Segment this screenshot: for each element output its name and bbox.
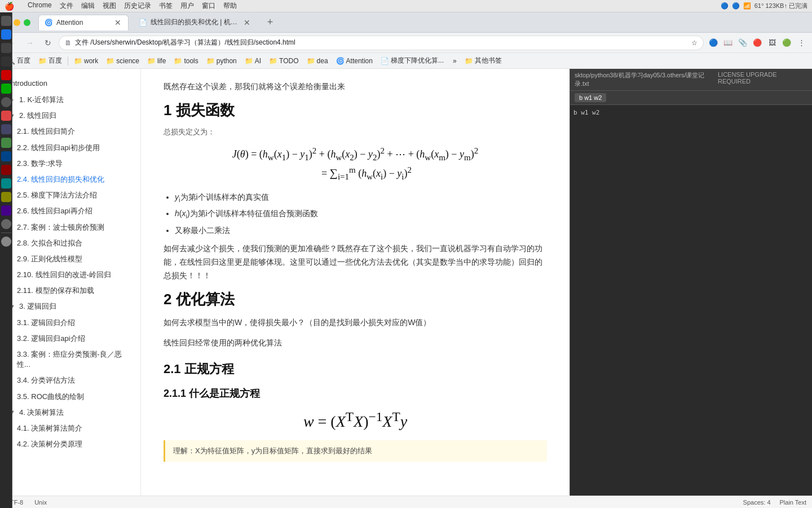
sidebar-item-decision-class[interactable]: 4.2. 决策树分类原理 [0, 436, 140, 452]
extension-icon-2[interactable]: 📖 [722, 37, 734, 49]
info-box-normal-eq: 理解：X为特征值矩阵，y为目标值矩阵，直接求到最好的结果 [164, 440, 547, 462]
bm-dea[interactable]: 📁dea [303, 56, 332, 66]
dock-icon-app14[interactable] [1, 219, 11, 229]
sidebar-item-linear[interactable]: ▼ 2. 线性回归 [0, 108, 140, 124]
extension-icon-5[interactable]: 🖼 [766, 37, 778, 49]
pre-text: 既然存在这个误差，那我们就将这个误差给衡量出来 [164, 80, 547, 94]
dock-icon-finder[interactable] [1, 16, 11, 26]
dock-icon-app13[interactable] [1, 205, 11, 216]
bm-work[interactable]: 📁work [70, 56, 102, 66]
tab-close-attention[interactable]: ✕ [113, 18, 122, 27]
menu-edit[interactable]: 编辑 [81, 1, 95, 11]
menu-view[interactable]: 视图 [103, 1, 116, 11]
sidebar-item-decision[interactable]: ▼ 4. 决策树算法 [0, 405, 140, 421]
reload-button[interactable]: ↻ [41, 36, 55, 50]
sidebar-label-linear-save: 2.11. 模型的保存和加载 [17, 286, 94, 296]
bm-python[interactable]: 📁python [203, 56, 240, 66]
bm-attention[interactable]: 🌀Attention [333, 56, 376, 66]
sidebar-item-linear-api2[interactable]: 2.6. 线性回归api再介绍 [0, 203, 140, 219]
dock-icon-chrome[interactable] [1, 29, 11, 40]
sidebar-item-knn[interactable]: ▶ 1. K-近邻算法 [0, 92, 140, 108]
sidebar-item-linear-intro[interactable]: 2.1. 线性回归简介 [0, 124, 140, 139]
minimize-button[interactable] [14, 19, 20, 26]
url-input[interactable]: 🗎 文件 /Users/sherwin/Desktop/机器学习（算法篇）/线性… [59, 36, 704, 50]
bm-100du[interactable]: 📁百度 [35, 55, 65, 67]
sidebar-item-linear-overfit[interactable]: 2.8. 欠拟合和过拟合 [0, 235, 140, 251]
bm-ai[interactable]: 📁AI [241, 56, 264, 66]
sidebar-item-linear-loss[interactable]: 2.4. 线性回归的损失和优化 [0, 172, 140, 187]
bm-science[interactable]: 📁science [103, 56, 143, 66]
url-text: 文件 /Users/sherwin/Desktop/机器学习（算法篇）/线性回归… [75, 38, 688, 47]
tab-linear-regression[interactable]: 📄 线性回归的损失和优化 | 机器学 ✕ [133, 15, 257, 30]
status-bar: UTF-8 Unix Spaces: 4 Plain Text [0, 496, 812, 508]
sidebar-item-logistic-roc[interactable]: 3.5. ROC曲线的绘制 [0, 389, 140, 405]
tab-attention[interactable]: 🌀 Attention ✕ [38, 15, 129, 30]
menu-chrome[interactable]: Chrome [28, 1, 52, 11]
bm-other-bookmarks[interactable]: 📁其他书签 [461, 55, 505, 67]
sidebar-label-logistic: 3. 逻辑回归 [19, 301, 56, 312]
menu-history[interactable]: 历史记录 [124, 1, 151, 11]
sidebar-item-linear-reg[interactable]: 2.9. 正则化线性模型 [0, 251, 140, 267]
status-spaces: Spaces: 4 [743, 499, 771, 506]
dock-icon-app10[interactable] [1, 165, 11, 175]
sidebar-item-logistic-api[interactable]: 3.2. 逻辑回归api介绍 [0, 331, 140, 347]
code-line-3 [573, 127, 809, 137]
dock-icon-app12[interactable] [1, 192, 11, 202]
extension-icon-4[interactable]: 🔴 [751, 37, 764, 49]
menu-file[interactable]: 文件 [60, 1, 73, 11]
dock-icon-app6[interactable] [1, 111, 11, 121]
sidebar-item-linear-improve[interactable]: 2.10. 线性回归的改进-岭回归 [0, 267, 140, 283]
dock-icon-app1[interactable] [1, 43, 11, 53]
sidebar-introduction[interactable]: Introduction [0, 75, 140, 92]
sidebar-item-linear-save[interactable]: 2.11. 模型的保存和加载 [0, 283, 140, 299]
menu-bookmarks[interactable]: 书签 [159, 1, 173, 11]
dock-icon-app8[interactable] [1, 138, 11, 148]
dock-icon-trash[interactable] [1, 237, 11, 247]
bm-todo[interactable]: 📁TODO [266, 56, 302, 66]
bm-life[interactable]: 📁life [144, 56, 169, 66]
sidebar-item-linear-gd[interactable]: 2.5. 梯度下降法方法介绍 [0, 187, 140, 203]
sidebar-item-linear-case[interactable]: 2.7. 案例：波士顿房价预测 [0, 220, 140, 235]
right-panel-tab-active[interactable]: b w1 w2 [575, 93, 606, 102]
bm-tools[interactable]: 📁tools [170, 56, 201, 66]
menu-help[interactable]: 帮助 [223, 1, 237, 11]
bm-gradient[interactable]: 📄梯度下降优化算... [377, 55, 447, 67]
extension-icon-3[interactable]: 📎 [736, 37, 749, 49]
sidebar-label-logistic-eval: 3.4. 分类评估方法 [17, 375, 75, 386]
formula-loss: J(θ) = (hw(x1) − y1)2 + (hw(x2) − y2)2 +… [164, 146, 547, 182]
maximize-button[interactable] [24, 19, 30, 26]
sidebar-item-decision-intro[interactable]: 4.1. 决策树算法简介 [0, 421, 140, 436]
more-tools-button[interactable]: ⋮ [795, 37, 807, 49]
bookmark-star-icon[interactable]: ☆ [691, 39, 698, 47]
dock-icon-app5[interactable] [1, 97, 11, 107]
dock-icon-app11[interactable] [1, 178, 11, 189]
sidebar-item-logistic-intro[interactable]: 3.1. 逻辑回归介绍 [0, 315, 140, 331]
dock-icon-app4[interactable] [1, 84, 11, 94]
dock-icon-app2[interactable] [1, 56, 11, 67]
bullet-item-3: 又称最小二乘法 [175, 224, 547, 237]
extension-icon-green[interactable]: 🟢 [780, 37, 793, 49]
extension-icon-1[interactable]: 🔵 [707, 37, 720, 49]
sidebar-label-linear-loss: 2.4. 线性回归的损失和优化 [17, 174, 104, 185]
sidebar-item-logistic-eval[interactable]: 3.4. 分类评估方法 [0, 373, 140, 388]
section1-heading: 1 损失函数 [164, 100, 547, 120]
bm-more-button[interactable]: » [449, 56, 460, 66]
menu-window[interactable]: 窗口 [202, 1, 215, 11]
dock-icon-app9[interactable] [1, 151, 11, 161]
sidebar-label-linear: 2. 线性回归 [19, 111, 56, 121]
tab-close-linear[interactable]: ✕ [242, 18, 251, 27]
sidebar-label-decision-class: 4.2. 决策树分类原理 [17, 439, 82, 449]
forward-button[interactable]: → [23, 36, 37, 50]
sidebar-item-logistic[interactable]: ▼ 3. 逻辑回归 [0, 299, 140, 314]
dock-icon-app3[interactable] [1, 70, 11, 80]
sidebar-item-logistic-case[interactable]: 3.3. 案例：癌症分类预测-良／恶性... [0, 347, 140, 373]
sidebar-label-linear-intro: 2.1. 线性回归简介 [17, 126, 75, 137]
new-tab-button[interactable]: + [263, 15, 277, 30]
menu-user[interactable]: 用户 [180, 1, 194, 11]
dock-icon-app7[interactable] [1, 124, 11, 134]
sidebar-label-linear-math: 2.3. 数学:求导 [17, 159, 63, 169]
formula-normal-equation: w = (XTX)−1XTy [164, 409, 547, 431]
sidebar-item-linear-api[interactable]: 2.2. 线性回归api初步使用 [0, 140, 140, 156]
sidebar-item-linear-math[interactable]: 2.3. 数学:求导 [0, 156, 140, 172]
sidebar-label-knn: 1. K-近邻算法 [19, 95, 64, 105]
